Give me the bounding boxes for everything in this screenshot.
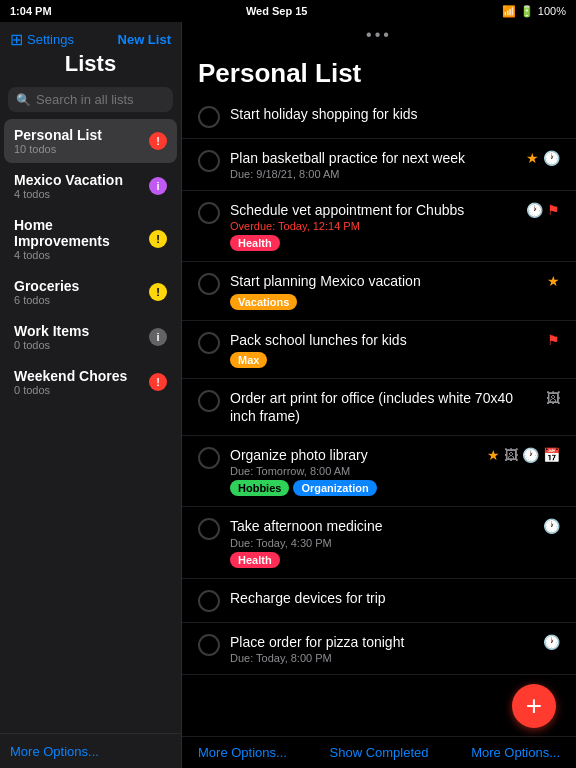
- sidebar-footer: More Options...: [0, 733, 181, 768]
- tag-health: Health: [230, 235, 280, 251]
- todo-item-5: Pack school lunches for kids Max ⚑: [182, 321, 576, 379]
- todo-icons-4: ★: [547, 273, 560, 289]
- todo-icons-10: 🕐: [543, 634, 560, 650]
- clock-icon-8: 🕐: [543, 518, 560, 534]
- show-completed-button[interactable]: Show Completed: [330, 745, 429, 760]
- add-button[interactable]: +: [512, 684, 556, 728]
- todo-item-10: Place order for pizza tonight Due: Today…: [182, 623, 576, 675]
- todo-title-10: Place order for pizza tonight: [230, 634, 404, 650]
- sidebar-title-row: Lists: [0, 51, 181, 83]
- badge-personal: !: [149, 132, 167, 150]
- todo-circle-1[interactable]: [198, 106, 220, 128]
- main-header: Personal List: [182, 48, 576, 95]
- todo-circle-3[interactable]: [198, 202, 220, 224]
- sidebar-item-groceries[interactable]: Groceries 6 todos !: [4, 270, 177, 314]
- battery-percent: 100%: [538, 5, 566, 17]
- app-container: ⊞ Settings New List Lists 🔍 Personal Lis…: [0, 22, 576, 768]
- sidebar-title: Lists: [65, 51, 116, 76]
- settings-link[interactable]: Settings: [27, 32, 74, 47]
- clock-icon: 🕐: [543, 150, 560, 166]
- badge-mexico: i: [149, 177, 167, 195]
- sidebar-item-home[interactable]: Home Improvements 4 todos !: [4, 209, 177, 269]
- sidebar-item-weekend[interactable]: Weekend Chores 0 todos !: [4, 360, 177, 404]
- todo-title-3: Schedule vet appointment for Chubbs: [230, 202, 464, 218]
- todo-due-8: Due: Today, 4:30 PM: [230, 537, 533, 549]
- todo-due-2: Due: 9/18/21, 8:00 AM: [230, 168, 516, 180]
- clock-icon-3: 🕐: [526, 202, 543, 218]
- tag-vacations: Vacations: [230, 294, 297, 310]
- todo-circle-6[interactable]: [198, 390, 220, 412]
- todo-due-3: Overdue: Today, 12:14 PM: [230, 220, 516, 232]
- sidebar-top-row: ⊞ Settings New List: [0, 22, 181, 51]
- todo-circle-5[interactable]: [198, 332, 220, 354]
- todo-title-6: Order art print for office (includes whi…: [230, 390, 513, 424]
- search-bar[interactable]: 🔍: [8, 87, 173, 112]
- more-options-left[interactable]: More Options...: [198, 745, 287, 760]
- sidebar-item-personal[interactable]: Personal List 10 todos !: [4, 119, 177, 163]
- todo-circle-4[interactable]: [198, 273, 220, 295]
- todo-tags-5: Max: [230, 352, 537, 368]
- todo-title-4: Start planning Mexico vacation: [230, 273, 421, 289]
- todo-title-1: Start holiday shopping for kids: [230, 106, 418, 122]
- clock-icon-7: 🕐: [522, 447, 539, 463]
- tag-organization: Organization: [293, 480, 376, 496]
- todo-title-7: Organize photo library: [230, 447, 368, 463]
- badge-work: i: [149, 328, 167, 346]
- main-footer: More Options... Show Completed More Opti…: [182, 736, 576, 768]
- grid-icon: ⊞: [10, 30, 23, 49]
- flag-icon-5: ⚑: [547, 332, 560, 348]
- todo-item-2: Plan basketball practice for next week D…: [182, 139, 576, 191]
- todo-title-9: Recharge devices for trip: [230, 590, 386, 606]
- image-icon-6: 🖼: [546, 390, 560, 406]
- tag-hobbies: Hobbies: [230, 480, 289, 496]
- todo-item-6: Order art print for office (includes whi…: [182, 379, 576, 436]
- main-content: ••• Personal List Start holiday shopping…: [182, 22, 576, 768]
- wifi-icon: 📶: [502, 5, 516, 18]
- todo-circle-9[interactable]: [198, 590, 220, 612]
- todo-due-7: Due: Tomorrow, 8:00 AM: [230, 465, 477, 477]
- todo-tags-7: Hobbies Organization: [230, 480, 477, 496]
- status-date: Wed Sep 15: [246, 5, 308, 17]
- todo-tags-3: Health: [230, 235, 516, 251]
- todo-icons-5: ⚑: [547, 332, 560, 348]
- search-input[interactable]: [36, 92, 165, 107]
- three-dots-menu[interactable]: •••: [182, 22, 576, 48]
- flag-icon-3: ⚑: [547, 202, 560, 218]
- todo-item-3: Schedule vet appointment for Chubbs Over…: [182, 191, 576, 262]
- todo-item-7: Organize photo library Due: Tomorrow, 8:…: [182, 436, 576, 507]
- battery-icon: 🔋: [520, 5, 534, 18]
- status-right: 📶 🔋 100%: [502, 5, 566, 18]
- todo-circle-7[interactable]: [198, 447, 220, 469]
- calendar-icon-7: 📅: [543, 447, 560, 463]
- todo-tags-4: Vacations: [230, 294, 537, 310]
- todo-item-4: Start planning Mexico vacation Vacations…: [182, 262, 576, 320]
- sidebar-more-options[interactable]: More Options...: [10, 744, 99, 759]
- badge-groceries: !: [149, 283, 167, 301]
- todo-item-9: Recharge devices for trip: [182, 579, 576, 623]
- clock-icon-10: 🕐: [543, 634, 560, 650]
- todo-list: Start holiday shopping for kids Plan bas…: [182, 95, 576, 736]
- todo-circle-2[interactable]: [198, 150, 220, 172]
- more-options-right[interactable]: More Options...: [471, 745, 560, 760]
- todo-item-8: Take afternoon medicine Due: Today, 4:30…: [182, 507, 576, 578]
- star-icon-4: ★: [547, 273, 560, 289]
- badge-home: !: [149, 230, 167, 248]
- status-bar: 1:04 PM Wed Sep 15 📶 🔋 100%: [0, 0, 576, 22]
- sidebar-header-left: ⊞ Settings: [10, 30, 74, 49]
- sidebar-item-work[interactable]: Work Items 0 todos i: [4, 315, 177, 359]
- todo-tags-8: Health: [230, 552, 533, 568]
- todo-title-2: Plan basketball practice for next week: [230, 150, 465, 166]
- tag-health-8: Health: [230, 552, 280, 568]
- todo-item-1: Start holiday shopping for kids: [182, 95, 576, 139]
- todo-title-8: Take afternoon medicine: [230, 518, 383, 534]
- todo-circle-8[interactable]: [198, 518, 220, 540]
- todo-icons-7: ★ 🖼 🕐 📅: [487, 447, 560, 463]
- sidebar-item-mexico[interactable]: Mexico Vacation 4 todos i: [4, 164, 177, 208]
- tag-max: Max: [230, 352, 267, 368]
- todo-circle-10[interactable]: [198, 634, 220, 656]
- todo-due-10: Due: Today, 8:00 PM: [230, 652, 533, 664]
- image-icon-7: 🖼: [504, 447, 518, 463]
- main-title: Personal List: [198, 58, 560, 89]
- star-icon-7: ★: [487, 447, 500, 463]
- new-list-link[interactable]: New List: [118, 32, 171, 47]
